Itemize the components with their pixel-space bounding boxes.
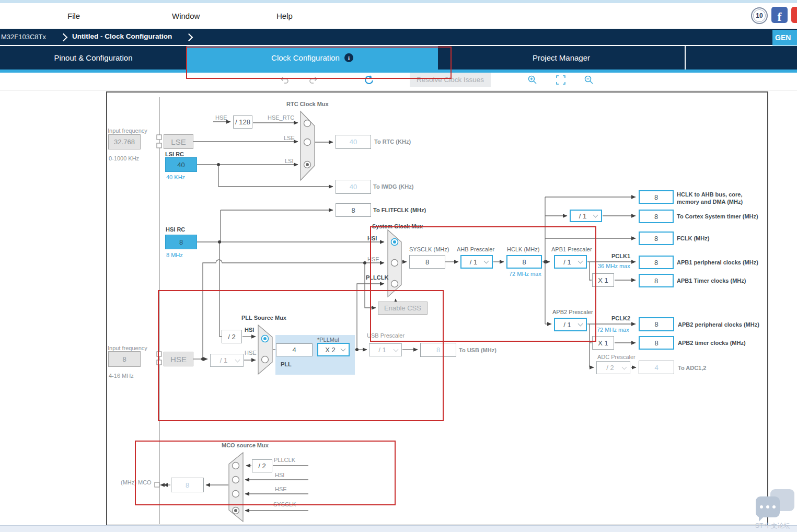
hsi-freq-note: 8 MHz xyxy=(166,252,183,258)
apb1-timer-box[interactable]: 8 xyxy=(639,274,674,287)
hse-range-label: 4-16 MHz xyxy=(109,373,134,379)
adc-out-label: To ADC1,2 xyxy=(678,365,706,371)
watermark: ST 中文论坛 xyxy=(753,486,797,530)
pll-hse-div-select[interactable]: / 1 xyxy=(210,354,244,367)
menu-file[interactable]: File xyxy=(67,11,80,20)
ahb-prescaler-label: AHB Prescaler xyxy=(457,246,494,252)
hsi-rc-box[interactable]: 8 xyxy=(165,235,197,249)
to-rtc-box[interactable]: 40 xyxy=(336,135,371,149)
adc-prescaler-select[interactable]: / 2 xyxy=(596,361,630,374)
breadcrumb-device: M32F103C8Tx xyxy=(1,33,46,41)
info-icon[interactable]: i xyxy=(344,53,353,62)
apb2-prescaler-select[interactable]: / 1 xyxy=(554,318,587,331)
apb2-prescaler-label: APB2 Prescaler xyxy=(552,309,593,315)
lse-input-frequency-field[interactable]: 32.768 xyxy=(108,134,141,149)
apb1-peripheral-box[interactable]: 8 xyxy=(639,256,674,269)
to-iwdg-label: To IWDG (KHz) xyxy=(373,183,413,190)
menu-window[interactable]: Window xyxy=(172,11,200,20)
lsi-rc-box[interactable]: 40 xyxy=(165,157,197,172)
horizontal-scrollbar[interactable] xyxy=(0,525,797,532)
tab-clock-configuration[interactable]: Clock Configurationi xyxy=(187,46,438,70)
mco-sysclk-label: SYSCLK xyxy=(273,501,296,507)
pll-name-label: PLL xyxy=(281,361,292,367)
sysclk-box[interactable]: 8 xyxy=(409,255,445,269)
mco-out-label: (MHz) MCO xyxy=(121,479,152,485)
adc-out-box[interactable]: 4 xyxy=(639,361,674,374)
fclk-label: FCLK (MHz) xyxy=(677,235,709,241)
to-flitfclk-label: To FLITFCLK (MHz) xyxy=(373,207,426,213)
tab-project-label: Project Manager xyxy=(533,53,590,62)
hsi-rc-label: HSI RC xyxy=(166,226,185,233)
pll-hsi-div2-box: / 2 xyxy=(222,330,242,343)
fclk-box[interactable]: 8 xyxy=(639,232,674,245)
pclk1-label: PCLK1 xyxy=(611,253,630,259)
sysclk-label: SYSCLK (MHz) xyxy=(409,246,449,252)
mco-div2-box: / 2 xyxy=(252,459,272,472)
apb1-peripheral-label: APB1 peripheral clocks (MHz) xyxy=(677,259,758,265)
system-clock-mux-title: System Clock Mux xyxy=(372,223,423,229)
tab-project-manager[interactable]: Project Manager xyxy=(438,46,685,70)
redo-icon[interactable] xyxy=(308,76,318,85)
resolve-clock-issues-button[interactable]: Resolve Clock Issues xyxy=(410,73,491,87)
pllmul-label: *PLLMul xyxy=(317,337,339,343)
rtc-lsi-label: LSI xyxy=(285,158,294,164)
pllmul-select[interactable]: X 2 xyxy=(317,343,350,356)
youtube-icon[interactable] xyxy=(791,7,797,23)
mco-hsi-label: HSI xyxy=(275,472,284,478)
undo-icon[interactable] xyxy=(280,76,290,85)
ahb-prescaler-select[interactable]: / 1 xyxy=(460,255,493,269)
ten-years-badge-icon[interactable]: 10 xyxy=(751,7,768,24)
tab-clock-label: Clock Configuration xyxy=(271,53,340,62)
clock-diagram-canvas xyxy=(106,91,768,526)
mco-hse-label: HSE xyxy=(275,486,287,492)
cortex-timer-box[interactable]: 8 xyxy=(639,210,674,223)
tab-pinout[interactable]: Pinout & Configuration xyxy=(0,46,187,70)
hclk-ahb-out-label-2: memory and DMA (MHz) xyxy=(677,199,743,205)
breadcrumb-chevron-icon xyxy=(185,33,193,42)
menu-bar: File Window Help 10 f xyxy=(0,3,797,29)
rtc-hse-div128-box: / 128 xyxy=(233,115,252,129)
pll-source-mux-title: PLL Source Mux xyxy=(241,315,286,321)
breadcrumb-page: Untitled - Clock Configuration xyxy=(72,32,172,40)
tab-divider xyxy=(685,46,686,70)
apb1-prescaler-select[interactable]: / 1 xyxy=(554,255,587,269)
hse-input-frequency-label: Input frequency xyxy=(108,345,147,351)
zoom-in-icon[interactable] xyxy=(528,75,537,85)
usb-out-box[interactable]: 8 xyxy=(420,343,456,357)
to-iwdg-box[interactable]: 40 xyxy=(336,180,371,194)
lsi-freq-note: 40 KHz xyxy=(166,174,185,180)
mco-pllclk-label: PLLCLK xyxy=(274,457,295,463)
hclk-box[interactable]: 8 xyxy=(506,255,542,269)
cortex-timer-label: To Cortex System timer (MHz) xyxy=(677,213,758,219)
tab-bar: Pinout & Configuration Clock Configurati… xyxy=(0,46,797,70)
hse-input-frequency-field[interactable]: 8 xyxy=(108,351,141,367)
lse-source-box: LSE xyxy=(164,134,193,149)
usb-prescaler-select[interactable]: / 1 xyxy=(369,343,402,356)
rtc-clock-mux-title: RTC Clock Mux xyxy=(286,101,329,107)
apb2-peripheral-box[interactable]: 8 xyxy=(639,317,674,331)
toolbar: Resolve Clock Issues xyxy=(0,73,797,90)
app-window: File Window Help 10 f M32F103C8Tx Untitl… xyxy=(0,0,797,532)
facebook-icon[interactable]: f xyxy=(771,7,788,23)
cortex-prescaler-select[interactable]: / 1 xyxy=(570,210,602,222)
hclk-max-note: 72 MHz max xyxy=(509,271,541,277)
to-flitfclk-box[interactable]: 8 xyxy=(336,203,371,217)
apb2-timer-label: APB2 timer clocks (MHz) xyxy=(678,340,746,346)
tab-pinout-label: Pinout & Configuration xyxy=(54,53,132,62)
pll-input-box[interactable]: 4 xyxy=(276,343,313,356)
zoom-out-icon[interactable] xyxy=(584,75,594,85)
fit-screen-icon[interactable] xyxy=(556,75,565,85)
reset-zoom-icon[interactable] xyxy=(364,75,374,86)
adc-prescaler-label: ADC Prescaler xyxy=(597,354,636,360)
lsi-rc-label: LSI RC xyxy=(165,151,184,157)
menu-help[interactable]: Help xyxy=(276,11,293,20)
hclk-ahb-out-box[interactable]: 8 xyxy=(639,190,674,204)
apb2-timer-box[interactable]: 8 xyxy=(639,336,674,350)
enable-css-button[interactable]: Enable CSS xyxy=(378,302,428,315)
breadcrumb-chevron-icon xyxy=(60,33,68,42)
sys-hse-label: HSE xyxy=(367,256,379,262)
watermark-text: ST 中文论坛 xyxy=(755,522,790,530)
generate-code-button[interactable]: GEN xyxy=(772,30,797,45)
lse-range-label: 0-1000 KHz xyxy=(109,155,139,161)
mco-out-box[interactable]: 8 xyxy=(171,478,204,492)
